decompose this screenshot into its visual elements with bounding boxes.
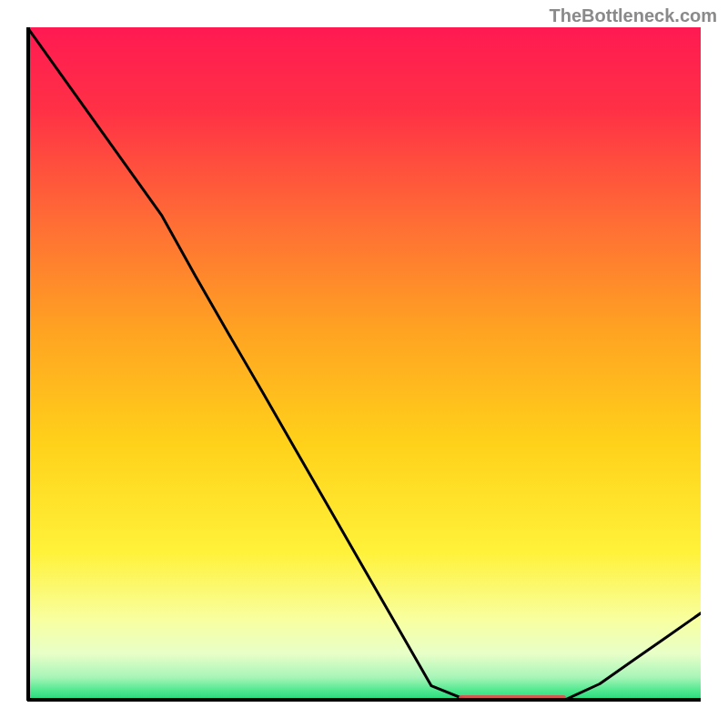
svg-rect-0 — [27, 27, 701, 701]
plot-area — [27, 27, 701, 701]
y-axis — [26, 27, 30, 701]
gradient-background — [27, 27, 701, 701]
watermark-text: TheBottleneck.com — [550, 5, 717, 26]
x-axis — [27, 698, 701, 702]
plot-container — [27, 27, 701, 701]
